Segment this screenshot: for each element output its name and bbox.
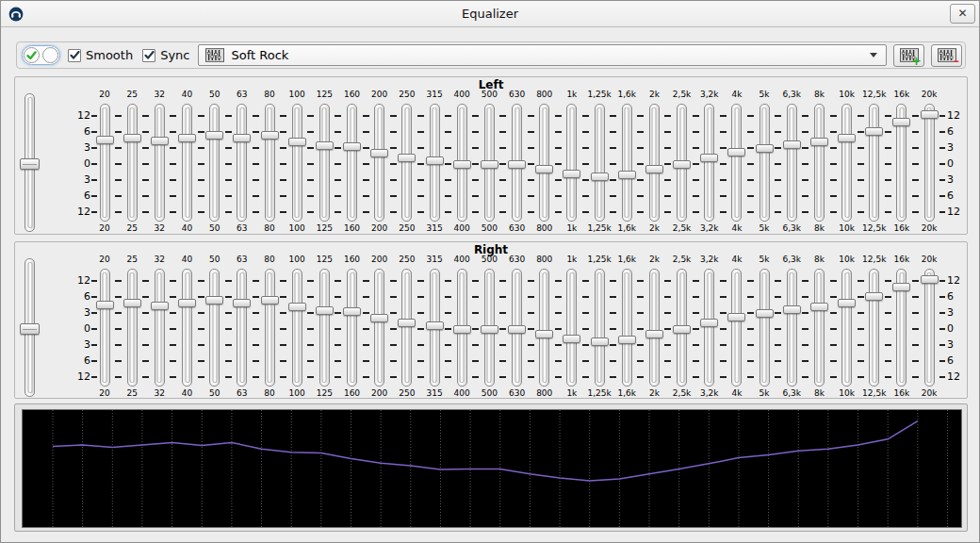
- right-band-slider-track[interactable]: [539, 269, 549, 387]
- right-band-slider-handle[interactable]: [783, 305, 801, 314]
- right-band-slider-track[interactable]: [265, 269, 275, 387]
- right-band-slider-handle[interactable]: [316, 306, 334, 315]
- right-band-slider-track[interactable]: [374, 269, 384, 387]
- left-band-slider-handle[interactable]: [591, 173, 609, 181]
- right-band-slider-handle[interactable]: [151, 302, 169, 310]
- right-band-slider-handle[interactable]: [288, 303, 306, 311]
- right-band-slider-track[interactable]: [292, 269, 302, 387]
- right-band-slider-handle[interactable]: [673, 325, 691, 334]
- left-band-slider-track[interactable]: [237, 104, 247, 222]
- left-band-slider-track[interactable]: [182, 104, 192, 222]
- right-band-slider-handle[interactable]: [700, 319, 718, 327]
- right-band-slider-track[interactable]: [319, 269, 330, 387]
- right-band-slider-handle[interactable]: [481, 325, 498, 334]
- right-band-slider-handle[interactable]: [398, 319, 416, 327]
- left-preamp-handle[interactable]: [20, 158, 40, 170]
- eq-enable-toggle[interactable]: [22, 45, 60, 65]
- right-band-slider-handle[interactable]: [426, 321, 444, 330]
- right-band-slider-track[interactable]: [924, 269, 935, 387]
- left-band-slider-handle[interactable]: [535, 165, 553, 173]
- left-band-slider-handle[interactable]: [673, 160, 691, 169]
- right-band-slider-handle[interactable]: [453, 325, 471, 334]
- right-band-slider-handle[interactable]: [261, 296, 279, 304]
- right-band-slider-track[interactable]: [731, 269, 742, 387]
- left-band-slider-handle[interactable]: [233, 134, 251, 142]
- left-band-slider-handle[interactable]: [123, 134, 141, 142]
- right-band-slider-track[interactable]: [622, 269, 632, 387]
- right-band-slider-track[interactable]: [127, 269, 138, 387]
- left-band-slider-handle[interactable]: [316, 141, 334, 150]
- left-band-slider-track[interactable]: [374, 104, 384, 222]
- right-band-slider-handle[interactable]: [838, 299, 856, 307]
- right-band-slider-handle[interactable]: [865, 292, 883, 301]
- close-button[interactable]: ✕: [950, 4, 975, 24]
- right-band-slider-track[interactable]: [595, 269, 605, 387]
- right-band-slider-handle[interactable]: [591, 337, 609, 346]
- left-band-slider-track[interactable]: [292, 104, 302, 222]
- right-band-slider-handle[interactable]: [727, 313, 745, 321]
- right-band-slider-track[interactable]: [787, 269, 797, 387]
- right-band-slider-track[interactable]: [814, 269, 825, 387]
- left-band-slider-track[interactable]: [760, 104, 770, 222]
- left-band-slider-track[interactable]: [319, 104, 330, 222]
- left-band-slider-handle[interactable]: [96, 136, 114, 144]
- preset-combobox[interactable]: Soft Rock: [198, 44, 887, 66]
- left-band-slider-handle[interactable]: [783, 140, 801, 149]
- left-band-slider-track[interactable]: [869, 104, 879, 222]
- left-band-slider-handle[interactable]: [398, 154, 416, 162]
- left-band-slider-track[interactable]: [924, 104, 935, 222]
- left-band-slider-handle[interactable]: [727, 148, 745, 156]
- right-band-slider-handle[interactable]: [233, 299, 251, 307]
- right-band-slider-handle[interactable]: [756, 309, 774, 318]
- left-band-slider-track[interactable]: [209, 104, 220, 222]
- left-band-slider-track[interactable]: [814, 104, 825, 222]
- right-band-slider-track[interactable]: [237, 269, 247, 387]
- right-band-slider-track[interactable]: [209, 269, 220, 387]
- left-band-slider-track[interactable]: [347, 104, 357, 222]
- smooth-checkbox[interactable]: Smooth: [68, 48, 135, 62]
- right-band-slider-track[interactable]: [401, 269, 412, 387]
- left-band-slider-handle[interactable]: [645, 165, 663, 173]
- right-band-slider-handle[interactable]: [96, 301, 114, 309]
- right-band-slider-track[interactable]: [760, 269, 770, 387]
- left-band-slider-handle[interactable]: [343, 142, 361, 151]
- right-band-slider-track[interactable]: [182, 269, 192, 387]
- left-band-slider-handle[interactable]: [426, 156, 444, 165]
- right-band-slider-track[interactable]: [841, 269, 852, 387]
- right-band-slider-track[interactable]: [347, 269, 357, 387]
- left-band-slider-track[interactable]: [704, 104, 714, 222]
- left-band-slider-handle[interactable]: [756, 144, 774, 153]
- right-band-slider-handle[interactable]: [343, 307, 361, 316]
- right-preamp-handle[interactable]: [20, 323, 40, 335]
- left-band-slider-track[interactable]: [265, 104, 275, 222]
- left-band-slider-handle[interactable]: [921, 110, 939, 119]
- right-band-slider-track[interactable]: [649, 269, 660, 387]
- left-band-slider-track[interactable]: [787, 104, 797, 222]
- left-band-slider-handle[interactable]: [481, 160, 498, 169]
- left-band-slider-track[interactable]: [841, 104, 852, 222]
- sync-checkbox[interactable]: Sync: [142, 48, 191, 62]
- left-band-slider-track[interactable]: [595, 104, 605, 222]
- right-band-slider-track[interactable]: [155, 269, 165, 387]
- left-band-slider-handle[interactable]: [618, 171, 636, 179]
- right-band-slider-track[interactable]: [869, 269, 879, 387]
- right-band-slider-handle[interactable]: [618, 336, 636, 344]
- remove-preset-button[interactable]: –: [931, 44, 962, 67]
- left-band-slider-track[interactable]: [539, 104, 549, 222]
- left-band-slider-handle[interactable]: [838, 134, 856, 142]
- right-band-slider-handle[interactable]: [508, 325, 526, 334]
- left-band-slider-handle[interactable]: [810, 138, 828, 146]
- left-band-slider-track[interactable]: [622, 104, 632, 222]
- right-band-slider-handle[interactable]: [563, 335, 580, 343]
- left-band-slider-track[interactable]: [401, 104, 412, 222]
- left-band-slider-handle[interactable]: [865, 127, 883, 136]
- right-band-slider-handle[interactable]: [921, 275, 939, 284]
- left-band-slider-handle[interactable]: [370, 149, 388, 157]
- left-band-slider-track[interactable]: [731, 104, 742, 222]
- right-band-slider-track[interactable]: [100, 269, 110, 387]
- left-band-slider-track[interactable]: [100, 104, 110, 222]
- left-band-slider-track[interactable]: [127, 104, 138, 222]
- right-band-slider-handle[interactable]: [535, 330, 553, 338]
- left-band-slider-track[interactable]: [155, 104, 165, 222]
- left-band-slider-handle[interactable]: [700, 154, 718, 162]
